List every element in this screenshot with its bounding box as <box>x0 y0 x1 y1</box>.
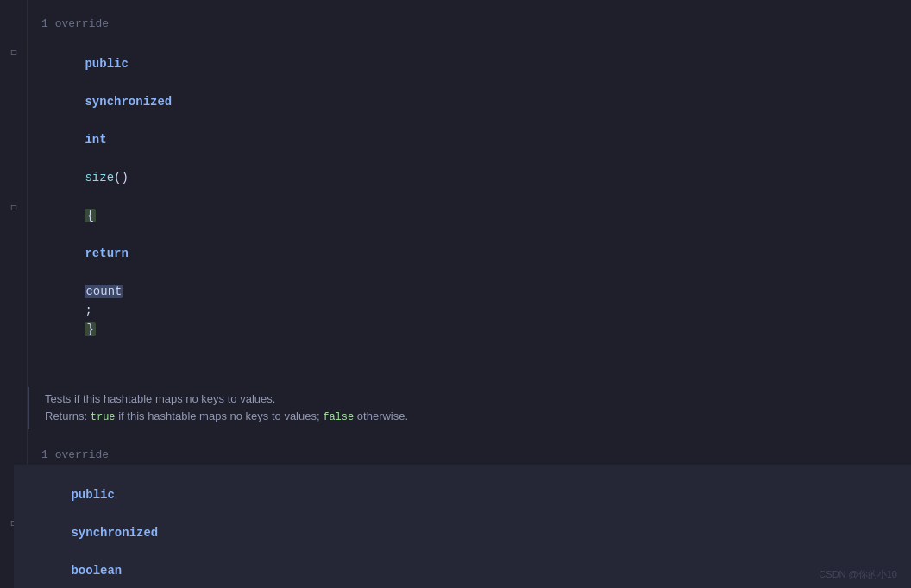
doc-code-true: true <box>91 411 116 423</box>
method-name-size: size <box>85 171 114 185</box>
content-area: 1 override public synchronized int size(… <box>28 0 911 588</box>
editor-container: ◻ ◻ ◻ 1 override public synchronized int… <box>0 0 911 588</box>
bracket-open-1: { <box>85 209 95 222</box>
doc-line-1: Tests if this hashtable maps no keys to … <box>45 391 897 408</box>
doc-code-false: false <box>323 411 354 423</box>
doc-line-2: Returns: true if this hashtable maps no … <box>45 408 897 426</box>
keyword-boolean: boolean <box>71 564 122 578</box>
keyword-int: int <box>85 133 106 147</box>
keyword-return-1: return <box>85 247 128 260</box>
keyword-synchronized-1: synchronized <box>85 95 172 109</box>
var-count-highlighted: count <box>85 285 123 298</box>
override-label-2: 1 override <box>28 441 911 465</box>
isempty-method-line: public synchronized boolean isEmpty() { <box>14 465 911 588</box>
keyword-public-1: public <box>85 57 128 71</box>
isempty-doc-block: Tests if this hashtable maps no keys to … <box>28 387 911 429</box>
gutter-icon-override2: ◻ <box>7 200 21 214</box>
bracket-close-1: } <box>85 322 95 336</box>
gutter-icon-override1: ◻ <box>7 45 21 59</box>
watermark: CSDN @你的小10 <box>819 568 897 581</box>
size-method-line: public synchronized int size() { return … <box>28 34 911 360</box>
keyword-synchronized-2: synchronized <box>71 526 158 540</box>
keyword-public-2: public <box>71 488 114 502</box>
override-label-1: 1 override <box>28 10 911 34</box>
